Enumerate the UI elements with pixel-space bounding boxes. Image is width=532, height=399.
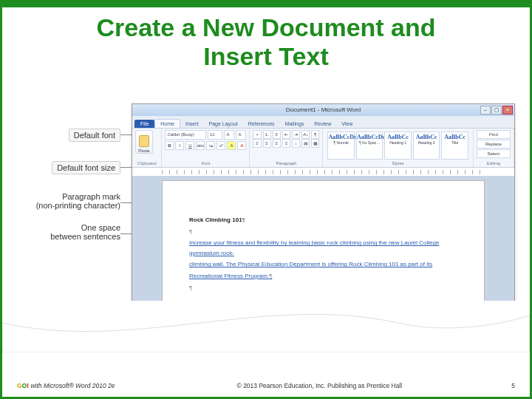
replace-button[interactable]: Replace (477, 140, 511, 149)
maximize-button[interactable]: ▢ (491, 106, 502, 115)
footer-left-text: with Microsoft® Word 2010 2e (30, 382, 115, 389)
page-layout-tab[interactable]: Page Layout (203, 120, 242, 128)
align-left-button[interactable]: ≡ (253, 139, 261, 148)
show-hide-button[interactable]: ¶ (311, 130, 319, 139)
shading-button[interactable]: ▤ (301, 139, 310, 148)
doc-heading: Rock Climbing 101 (189, 216, 242, 223)
align-center-button[interactable]: ≡ (263, 139, 271, 148)
footer-copyright: © 2013 Pearson Education, Inc. Publishin… (168, 382, 471, 389)
font-name-select[interactable]: Calibri (Body) (165, 130, 206, 140)
callout-default-font-size: Default font size (52, 161, 120, 174)
close-button[interactable]: × (502, 106, 513, 115)
numbering-button[interactable]: 1. (263, 130, 271, 139)
home-tab[interactable]: Home (154, 119, 180, 128)
grow-font-button[interactable]: A (224, 130, 234, 140)
insert-tab[interactable]: Insert (180, 120, 204, 128)
italic-button[interactable]: I (175, 141, 184, 150)
find-button[interactable]: Find (477, 130, 511, 139)
group-clipboard-label: Clipboard (135, 161, 158, 166)
group-editing-label: Editing (477, 161, 511, 166)
subscript-button[interactable]: x₂ (206, 141, 215, 150)
multilevel-button[interactable]: ≡ (273, 130, 281, 139)
font-size-select[interactable]: 11 (208, 130, 222, 140)
window-titlebar: Document1 - Microsoft Word – ▢ × (132, 104, 514, 116)
shrink-font-button[interactable]: A (236, 130, 246, 140)
references-tab[interactable]: References (243, 120, 280, 128)
slide-title: Create a New Document and Insert Text (17, 13, 515, 71)
doc-body-2: climbing wall. The Physical Education De… (189, 261, 432, 267)
highlight-button[interactable]: A (227, 141, 236, 150)
group-font-label: Font (165, 161, 246, 166)
doc-body-3: Recreational Fitness Program. (189, 273, 269, 279)
callout-paragraph-mark: Paragraph mark(non-printing character) (24, 192, 120, 210)
callout-one-space: One spacebetween sentences (24, 223, 120, 241)
line-spacing-button[interactable]: ↕ (292, 139, 300, 148)
underline-button[interactable]: U (185, 141, 194, 150)
mailings-tab[interactable]: Mailings (280, 120, 310, 128)
ribbon-tabs: File Home Insert Page Layout References … (132, 116, 514, 129)
window-title: Document1 - Microsoft Word (286, 106, 361, 113)
review-tab[interactable]: Review (309, 120, 336, 128)
minimize-button[interactable]: – (480, 106, 491, 115)
word-window: Document1 - Microsoft Word – ▢ × File Ho… (132, 103, 515, 310)
ribbon: Paste Clipboard Calibri (Body) 11 A A B … (132, 129, 514, 168)
view-tab[interactable]: View (336, 120, 358, 128)
go-logo: GO! (17, 382, 29, 389)
file-tab[interactable]: File (134, 120, 154, 128)
sort-button[interactable]: A↓ (301, 130, 310, 139)
justify-button[interactable]: ≡ (282, 139, 290, 148)
callout-default-font: Default font (69, 129, 120, 142)
group-styles-label: Styles (326, 161, 469, 166)
decorative-wave (2, 301, 530, 352)
increase-indent-button[interactable]: ⇥ (292, 130, 300, 139)
paste-button[interactable]: Paste (135, 130, 153, 154)
figure: Default font Default font size Paragraph… (24, 103, 515, 310)
bold-button[interactable]: B (165, 141, 174, 150)
document-area: Rock Climbing 101 Increase your fitness … (132, 176, 514, 310)
slide-number: 5 (471, 382, 515, 389)
bullets-button[interactable]: • (253, 130, 261, 139)
decrease-indent-button[interactable]: ⇤ (282, 130, 290, 139)
font-color-button[interactable]: A (237, 141, 246, 150)
slide-footer: GO! with Microsoft® Word 2010 2e © 2013 … (17, 382, 515, 389)
styles-gallery[interactable]: AaBbCcDc¶ Normal AaBbCcDc¶ No Spac… AaBb… (326, 130, 469, 161)
doc-body-1: Increase your fitness and flexibility by… (189, 239, 439, 256)
borders-button[interactable]: ▦ (311, 139, 319, 148)
superscript-button[interactable]: x² (216, 141, 225, 150)
strike-button[interactable]: abc (196, 141, 205, 150)
group-paragraph-label: Paragraph (253, 161, 319, 166)
select-button[interactable]: Select (477, 149, 511, 158)
align-right-button[interactable]: ≡ (273, 139, 281, 148)
